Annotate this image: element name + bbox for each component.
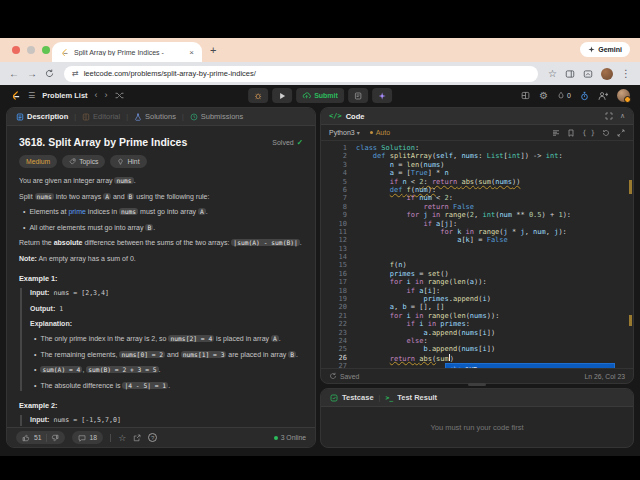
submit-button[interactable]: Submit bbox=[296, 88, 344, 103]
browser-tab[interactable]: Split Array by Prime Indices - × bbox=[52, 42, 202, 62]
tab-test-result[interactable]: >_ Test Result bbox=[385, 393, 437, 402]
favorite-star-icon[interactable]: ☆ bbox=[118, 433, 126, 443]
problem-list-icon[interactable]: ☰ bbox=[28, 92, 35, 100]
window-close-button[interactable] bbox=[12, 46, 20, 54]
code-line[interactable]: 14 bbox=[321, 253, 633, 261]
code-line[interactable]: 23 a.append(nums[i]) bbox=[321, 329, 633, 337]
thumbs-down-icon[interactable] bbox=[51, 434, 59, 442]
prev-problem-icon[interactable]: ‹ bbox=[95, 91, 98, 100]
line-number: 21 bbox=[321, 312, 356, 320]
code-line[interactable]: 8 return False bbox=[321, 203, 633, 211]
url-bar[interactable]: ⇄ leetcode.com/problems/split-array-by-p… bbox=[64, 66, 538, 82]
topics-badge[interactable]: Topics bbox=[62, 155, 105, 168]
shuffle-icon[interactable] bbox=[115, 91, 124, 100]
gemini-button[interactable]: Gemini bbox=[580, 42, 630, 57]
thumbs-up-icon[interactable] bbox=[22, 434, 30, 442]
tab-editorial[interactable]: Editorial bbox=[82, 112, 120, 121]
collapse-panel-icon[interactable]: ∧ bbox=[620, 112, 625, 120]
code-line[interactable]: 26 return abs(sum) bbox=[321, 354, 633, 362]
code-line[interactable]: 15 f(n) bbox=[321, 261, 633, 269]
code-line[interactable]: 25 b.append(nums[i]) bbox=[321, 345, 633, 353]
code-line[interactable]: 1class Solution: bbox=[321, 144, 633, 152]
bookmark-star-icon[interactable]: ☆ bbox=[548, 69, 557, 79]
side-panel-icon[interactable] bbox=[565, 69, 575, 79]
add-user-icon[interactable] bbox=[598, 91, 608, 101]
code-line[interactable]: 16 primes = set() bbox=[321, 270, 633, 278]
tab-testcase[interactable]: Testcase bbox=[330, 393, 374, 402]
code-line[interactable]: 5 if n < 2: return abs(sum(nums)) bbox=[321, 178, 633, 186]
auto-toggle[interactable]: Auto bbox=[370, 129, 390, 136]
expand-editor-icon[interactable] bbox=[617, 129, 625, 137]
code-line[interactable]: 7 if num < 2: bbox=[321, 194, 633, 202]
code-token bbox=[356, 236, 457, 244]
description-icon bbox=[16, 113, 24, 121]
gemini-label: Gemini bbox=[598, 46, 622, 53]
new-tab-button[interactable]: + bbox=[210, 44, 216, 56]
language-selector[interactable]: Python3 ▾ bbox=[329, 129, 360, 136]
bookmark-icon[interactable] bbox=[567, 129, 575, 137]
code-editor[interactable]: 1class Solution:2 def splitArray(self, n… bbox=[321, 142, 633, 368]
code-line[interactable]: 22 if i in primes: bbox=[321, 320, 633, 328]
code-line[interactable]: 24 else: bbox=[321, 337, 633, 345]
snippets-icon[interactable]: { } bbox=[582, 129, 595, 137]
tab-submissions[interactable]: Submissions bbox=[190, 112, 244, 121]
code-line[interactable]: 13 bbox=[321, 245, 633, 253]
code-line[interactable]: 10 if a[j]: bbox=[321, 220, 633, 228]
code-token bbox=[356, 261, 390, 269]
site-info-icon[interactable]: ⇄ bbox=[72, 69, 79, 78]
debug-button[interactable] bbox=[248, 88, 268, 103]
problem-list-link[interactable]: Problem List bbox=[42, 91, 87, 100]
browser-tools-icon[interactable] bbox=[583, 69, 593, 79]
help-icon[interactable]: ? bbox=[148, 433, 157, 442]
panel-resize-handle[interactable] bbox=[468, 383, 486, 386]
share-icon[interactable] bbox=[133, 434, 141, 442]
maximize-icon[interactable] bbox=[605, 112, 613, 120]
browser-menu-icon[interactable]: ⋮ bbox=[621, 69, 631, 79]
cursor-position[interactable]: Ln 26, Col 23 bbox=[585, 373, 625, 380]
code-token: = bbox=[415, 270, 428, 278]
back-icon[interactable]: ← bbox=[9, 69, 19, 79]
ai-assistant-button[interactable] bbox=[372, 88, 392, 103]
tab-description[interactable]: Description bbox=[16, 112, 68, 121]
bullet-icon: • bbox=[23, 223, 25, 234]
tab-close-icon[interactable]: × bbox=[189, 48, 194, 57]
timer-icon[interactable] bbox=[580, 91, 589, 101]
settings-gear-icon[interactable]: ⚙ bbox=[539, 91, 548, 101]
notes-button[interactable] bbox=[348, 88, 368, 103]
leetcode-logo[interactable] bbox=[10, 90, 21, 101]
code-line[interactable]: 6 def f(num): bbox=[321, 186, 633, 194]
code-line[interactable]: 17 for i in range(len(a)): bbox=[321, 278, 633, 286]
tab-solutions[interactable]: Solutions bbox=[134, 112, 176, 121]
browser-profile-avatar[interactable] bbox=[601, 68, 613, 80]
difficulty-badge[interactable]: Medium bbox=[19, 155, 57, 168]
code-line[interactable]: 20 a, b = [], [] bbox=[321, 303, 633, 311]
run-button[interactable] bbox=[272, 88, 292, 103]
streak-counter[interactable]: 0 bbox=[557, 91, 571, 100]
format-code-icon[interactable] bbox=[552, 129, 560, 137]
code-token bbox=[356, 220, 423, 228]
code-line[interactable]: 18 if a[i]: bbox=[321, 287, 633, 295]
code-line[interactable]: 11 for k in range(j * j, num, j): bbox=[321, 228, 633, 236]
window-minimize-button[interactable] bbox=[27, 46, 35, 54]
bullet-item: •The absolute difference is |4 - 5| = 1. bbox=[30, 381, 303, 392]
code-line[interactable]: 21 for i in range(len(nums)): bbox=[321, 312, 633, 320]
code-line[interactable]: 19 primes.append(i) bbox=[321, 295, 633, 303]
prime-link[interactable]: prime bbox=[68, 208, 86, 215]
code-token: range bbox=[428, 312, 449, 320]
code-token bbox=[356, 211, 407, 219]
code-token: False bbox=[453, 203, 474, 211]
reload-icon[interactable] bbox=[45, 69, 54, 78]
layout-icon[interactable] bbox=[521, 91, 530, 100]
user-avatar[interactable] bbox=[617, 89, 630, 102]
forward-icon[interactable]: → bbox=[27, 69, 37, 79]
code-line[interactable]: 12 a[k] = False bbox=[321, 236, 633, 244]
hint-badge[interactable]: Hint bbox=[110, 155, 146, 168]
code-line[interactable]: 9 for j in range(2, int(num ** 0.5) + 1)… bbox=[321, 211, 633, 219]
comments-widget[interactable]: 18 bbox=[72, 431, 104, 444]
code-line[interactable]: 2 def splitArray(self, nums: List[int]) … bbox=[321, 152, 633, 160]
reset-code-icon[interactable] bbox=[602, 129, 610, 137]
code-line[interactable]: 4 a = [True] * n bbox=[321, 169, 633, 177]
code-line[interactable]: 3 n = len(nums) bbox=[321, 161, 633, 169]
next-problem-icon[interactable]: › bbox=[105, 91, 108, 100]
window-zoom-button[interactable] bbox=[42, 46, 50, 54]
